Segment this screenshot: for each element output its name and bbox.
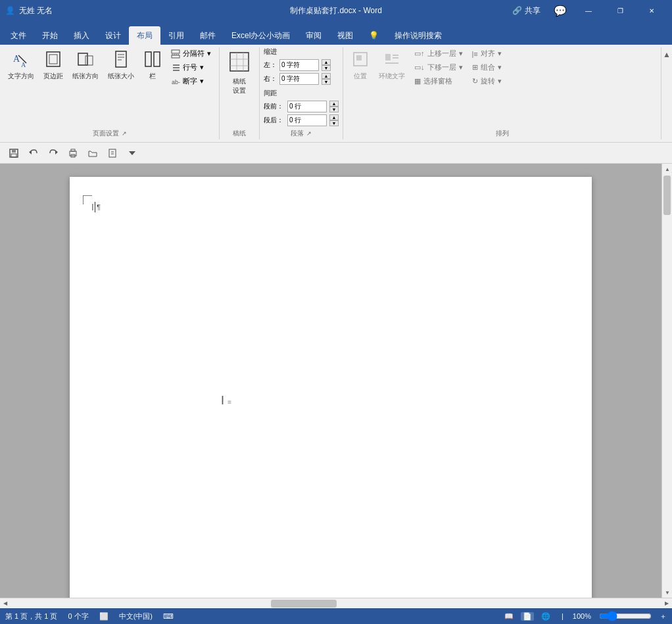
- draft-settings-button[interactable]: 稿纸设置: [224, 47, 255, 98]
- spacing-before-input[interactable]: 0 行: [287, 101, 327, 112]
- indent-right-row: 右： 0 字符 ▲ ▼: [264, 73, 331, 85]
- indent-left-up[interactable]: ▲: [322, 59, 331, 65]
- align-button[interactable]: |≡ 对齐 ▾: [468, 47, 506, 60]
- indent-right-input[interactable]: 0 字符: [279, 73, 319, 85]
- tab-review[interactable]: 审阅: [298, 26, 329, 45]
- size-button[interactable]: 纸张大小: [104, 47, 138, 84]
- indent-left-row: 左： 0 字符 ▲ ▼: [264, 59, 331, 71]
- indent-left-down[interactable]: ▼: [322, 65, 331, 71]
- tab-layout[interactable]: 布局: [129, 26, 160, 45]
- margins-button[interactable]: 页边距: [39, 47, 67, 84]
- document-page[interactable]: I ¶ I ≡: [70, 177, 592, 598]
- body-cursor-ruler: ≡: [228, 398, 231, 406]
- hyphenation-button[interactable]: ab- 断字 ▾: [167, 75, 215, 87]
- quick-access-toolbar: [0, 143, 672, 164]
- selection-pane-button[interactable]: ▦ 选择窗格: [410, 75, 467, 87]
- zoom-slider[interactable]: [599, 612, 652, 620]
- svg-rect-32: [12, 149, 16, 153]
- web-view-btn[interactable]: 🌐: [539, 612, 552, 621]
- scroll-up-button[interactable]: ▲: [662, 164, 672, 174]
- tab-excel-anim[interactable]: Excel办公小动画: [224, 26, 298, 45]
- tab-view[interactable]: 视图: [329, 26, 361, 45]
- indent-right-up[interactable]: ▲: [322, 73, 331, 79]
- customize-qa-button[interactable]: [124, 145, 141, 162]
- spacing-before-down[interactable]: ▼: [329, 107, 339, 112]
- tab-insert[interactable]: 插入: [66, 26, 97, 45]
- zoom-in-btn[interactable]: ＋: [660, 612, 667, 621]
- tab-mailings[interactable]: 邮件: [192, 26, 224, 45]
- scroll-thumb[interactable]: [663, 176, 671, 215]
- spacing-after-up[interactable]: ▲: [329, 114, 339, 120]
- ribbon-collapse[interactable]: ▲: [661, 47, 672, 139]
- hyphenation-icon: ab-: [171, 77, 180, 86]
- spacing-after-input[interactable]: 0 行: [287, 114, 327, 126]
- language-status: 中文(中国): [119, 612, 153, 621]
- spacing-before-spinner[interactable]: ▲ ▼: [329, 101, 339, 112]
- tab-home[interactable]: 开始: [34, 26, 66, 45]
- scroll-down-button[interactable]: ▼: [662, 587, 672, 598]
- group-draft-paper-content: 稿纸设置: [224, 47, 255, 126]
- custom-print-button[interactable]: [64, 145, 82, 162]
- bring-forward-button[interactable]: ▭↑ 上移一层 ▾: [410, 47, 467, 60]
- spacing-before-label: 段前：: [264, 102, 285, 111]
- share-button[interactable]: 🔗 共享: [506, 0, 547, 21]
- customize-icon: [129, 150, 135, 156]
- spacing-before-up[interactable]: ▲: [329, 101, 339, 107]
- group-button[interactable]: ⊞ 组合 ▾: [468, 61, 506, 74]
- paragraph-expand-icon[interactable]: ↗: [306, 130, 312, 137]
- text-direction-label: 文字方向: [8, 72, 34, 81]
- indent-left-input[interactable]: 0 字符: [279, 59, 319, 71]
- print-view-btn[interactable]: 📄: [521, 612, 534, 621]
- indent-right-down[interactable]: ▼: [322, 79, 331, 85]
- minimize-button[interactable]: —: [573, 0, 604, 21]
- breaks-button[interactable]: 分隔符 ▾: [167, 47, 215, 60]
- vertical-scrollbar[interactable]: ▲ ▼: [661, 164, 672, 598]
- tab-file[interactable]: 文件: [3, 26, 34, 45]
- scroll-track[interactable]: [662, 174, 672, 587]
- hyphenation-dropdown-icon: ▾: [200, 77, 204, 85]
- indent-right-spinner[interactable]: ▲ ▼: [322, 73, 331, 85]
- position-button[interactable]: 位置: [347, 47, 373, 84]
- wrap-text-button[interactable]: 环绕文字: [375, 47, 409, 84]
- h-scroll-thumb[interactable]: [271, 600, 337, 608]
- columns-button[interactable]: 栏: [139, 47, 166, 84]
- page-setup-expand-icon[interactable]: ↗: [122, 130, 127, 137]
- close-button[interactable]: ✕: [636, 0, 667, 21]
- margins-label: 页边距: [43, 72, 63, 81]
- comments-button[interactable]: 💬: [548, 0, 572, 21]
- horizontal-scrollbar[interactable]: ◀ ▶: [0, 598, 672, 608]
- word-count: 0 个字: [68, 612, 88, 621]
- scroll-right-button[interactable]: ▶: [661, 598, 672, 609]
- tab-lamp[interactable]: 💡: [361, 26, 387, 45]
- text-direction-button[interactable]: A A 文字方向: [4, 47, 38, 84]
- spacing-after-down[interactable]: ▼: [329, 120, 339, 126]
- tab-design[interactable]: 设计: [97, 26, 129, 45]
- save-button[interactable]: [5, 145, 22, 162]
- undo-button[interactable]: [25, 145, 42, 162]
- restore-button[interactable]: ❐: [605, 0, 635, 21]
- body-cursor-beam: I: [221, 394, 224, 407]
- new-document-button[interactable]: [104, 145, 121, 162]
- ribbon-collapse-icon[interactable]: ▲: [663, 50, 671, 59]
- columns-label: 栏: [149, 72, 156, 81]
- scroll-left-button[interactable]: ◀: [0, 598, 11, 609]
- send-backward-button[interactable]: ▭↓ 下移一层 ▾: [410, 61, 467, 74]
- svg-rect-20: [230, 53, 249, 71]
- document-scroll[interactable]: I ¶ I ≡: [0, 164, 661, 598]
- title-bar-user: 👤 无姓 无名: [5, 5, 53, 16]
- indent-left-spinner[interactable]: ▲ ▼: [322, 59, 331, 71]
- reading-view-btn[interactable]: 📖: [502, 612, 516, 621]
- open-button[interactable]: [84, 145, 101, 162]
- tab-references[interactable]: 引用: [160, 26, 192, 45]
- arrange-right2: |≡ 对齐 ▾ ⊞ 组合 ▾ ↻ 旋转 ▾: [468, 47, 506, 87]
- new-doc-icon: [107, 148, 118, 158]
- h-scroll-track[interactable]: [11, 598, 661, 608]
- redo-button[interactable]: [45, 145, 62, 162]
- line-numbers-button[interactable]: 行号 ▾: [167, 61, 215, 74]
- text-cursor: I ¶: [91, 202, 101, 212]
- group-paragraph-content: 缩进 左： 0 字符 ▲ ▼ 右： 0 字符 ▲ ▼: [264, 47, 339, 126]
- orientation-button[interactable]: 纸张方向: [68, 47, 103, 84]
- rotate-button[interactable]: ↻ 旋转 ▾: [468, 75, 506, 87]
- tab-search[interactable]: 操作说明搜索: [387, 26, 450, 45]
- spacing-after-spinner[interactable]: ▲ ▼: [329, 114, 339, 126]
